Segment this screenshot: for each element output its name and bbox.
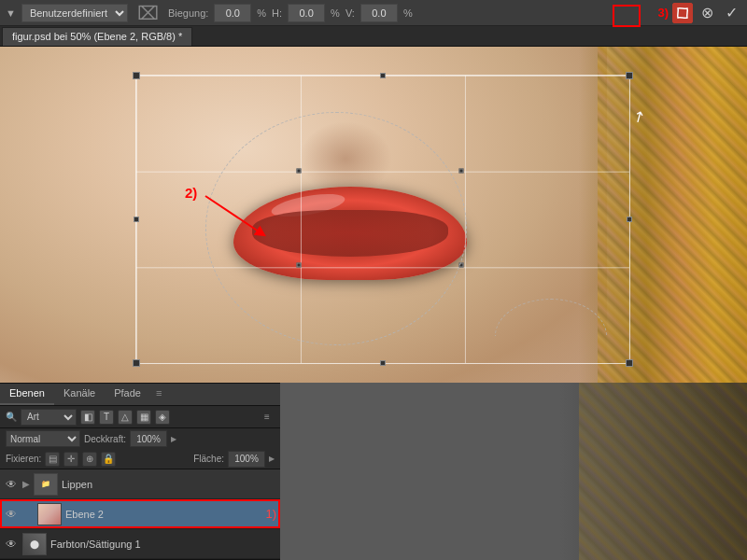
h-label: H: bbox=[272, 7, 282, 19]
tab-ebenen[interactable]: Ebenen bbox=[0, 384, 54, 405]
blend-mode-select[interactable]: Normal bbox=[6, 430, 80, 447]
cancel-button[interactable]: ⊗ bbox=[697, 3, 717, 23]
chain-ext bbox=[579, 383, 747, 560]
filter-toolbar: 🔍 Art ◧ T △ ▦ ◈ ≡ bbox=[0, 406, 280, 428]
thumb-adjustment: ⬤ bbox=[22, 533, 47, 555]
filter-icon: 🔍 bbox=[6, 412, 17, 422]
group-arrow-lippen[interactable]: ▶ bbox=[22, 479, 30, 489]
canvas-right-extension bbox=[280, 383, 747, 560]
icon-pixel[interactable]: ▦ bbox=[136, 410, 151, 425]
flaeche-arrow[interactable]: ▶ bbox=[269, 455, 275, 463]
shape-label: ▼ bbox=[6, 7, 16, 19]
layer-name-lippen: Lippen bbox=[62, 479, 276, 490]
lock-artboard-button[interactable]: ⊕ bbox=[82, 452, 97, 467]
canvas-area: 2) ↗ bbox=[0, 47, 747, 383]
panel-expand[interactable]: ≡ bbox=[150, 384, 167, 405]
annotation-2: 2) bbox=[185, 185, 197, 201]
toolbar-right: 3) ⊗ ✓ bbox=[657, 3, 741, 23]
canvas-ext-bg bbox=[280, 383, 747, 560]
thumb-ebene2 bbox=[37, 503, 62, 525]
tab-pfade[interactable]: Pfade bbox=[105, 384, 150, 405]
flaeche-label: Fläche: bbox=[193, 454, 224, 464]
top-toolbar: ▼ Benutzerdefiniert ⌧ Biegung: % H: % V:… bbox=[0, 0, 747, 26]
layer-item-adjustment[interactable]: 👁 ⬤ Farbton/Sättigung 1 bbox=[0, 529, 280, 559]
tab-bar: figur.psd bei 50% (Ebene 2, RGB/8) * bbox=[0, 26, 747, 47]
nose-shadow bbox=[299, 121, 392, 196]
annotation-3-label: 3) bbox=[657, 6, 669, 20]
deckkraft-arrow[interactable]: ▶ bbox=[171, 435, 176, 443]
icon-shape[interactable]: △ bbox=[118, 410, 133, 425]
confirm-button[interactable]: ✓ bbox=[721, 3, 741, 23]
document-tab[interactable]: figur.psd bei 50% (Ebene 2, RGB/8) * bbox=[2, 27, 192, 46]
visibility-lippen[interactable]: 👁 bbox=[4, 478, 19, 491]
layers-panel: Ebenen Kanäle Pfade ≡ 🔍 Art ◧ T △ ▦ ◈ ≡ … bbox=[0, 383, 280, 560]
lock-pixels-button[interactable]: ▤ bbox=[45, 452, 60, 467]
icon-smart[interactable]: ◈ bbox=[155, 410, 170, 425]
warp-mode-button[interactable] bbox=[672, 3, 693, 23]
chain-texture bbox=[598, 47, 747, 383]
tab-kanaele[interactable]: Kanäle bbox=[54, 384, 105, 405]
lower-lip bbox=[252, 210, 448, 257]
filter-select[interactable]: Art bbox=[21, 409, 77, 426]
deckkraft-input[interactable] bbox=[130, 430, 167, 447]
warp-icon-svg bbox=[676, 7, 689, 20]
bottom-layout: Ebenen Kanäle Pfade ≡ 🔍 Art ◧ T △ ▦ ◈ ≡ … bbox=[0, 383, 747, 560]
biegung-label: Biegung: bbox=[168, 7, 208, 19]
lock-all-button[interactable]: 🔒 bbox=[101, 452, 116, 467]
layer-list: 👁 ▶ 📁 Lippen 👁 Ebene 2 1) 👁 bbox=[0, 469, 280, 559]
layer-item-lippen[interactable]: 👁 ▶ 📁 Lippen bbox=[0, 469, 280, 499]
shape-select[interactable]: Benutzerdefiniert bbox=[21, 4, 128, 22]
flaeche-input[interactable] bbox=[228, 451, 265, 468]
red-highlight bbox=[613, 5, 641, 27]
v-input[interactable] bbox=[360, 4, 398, 22]
layer-name-adjustment: Farbton/Sättigung 1 bbox=[50, 539, 276, 550]
biegung-input[interactable] bbox=[214, 4, 251, 22]
panel-tabs: Ebenen Kanäle Pfade ≡ bbox=[0, 384, 280, 406]
visibility-adjustment[interactable]: 👁 bbox=[4, 538, 19, 551]
icon-adjustment[interactable]: ◧ bbox=[80, 410, 95, 425]
lock-row: Fixieren: ▤ ✛ ⊕ 🔒 Fläche: ▶ bbox=[0, 449, 280, 469]
fixieren-label: Fixieren: bbox=[6, 454, 41, 464]
layer-name-ebene2: Ebene 2 bbox=[65, 509, 258, 520]
panel-close bbox=[265, 384, 280, 405]
lock-move-button[interactable]: ✛ bbox=[63, 452, 78, 467]
thumb-adj-preview: ⬤ bbox=[23, 534, 46, 554]
biegung-unit: % bbox=[257, 7, 266, 19]
v-unit: % bbox=[403, 7, 413, 19]
h-input[interactable] bbox=[288, 4, 325, 22]
v-label: V: bbox=[345, 7, 355, 19]
annotation-1-label: 1) bbox=[265, 507, 276, 521]
icon-text[interactable]: T bbox=[99, 410, 114, 425]
visibility-ebene2[interactable]: 👁 bbox=[4, 508, 19, 521]
document-tab-label: figur.psd bei 50% (Ebene 2, RGB/8) * bbox=[12, 31, 182, 42]
panel-menu-button[interactable]: ≡ bbox=[260, 410, 275, 425]
opacity-row: Normal Deckkraft: ▶ bbox=[0, 428, 280, 449]
thumb-lippen: 📁 bbox=[34, 473, 58, 496]
layer-item-ebene2[interactable]: 👁 Ebene 2 1) bbox=[0, 499, 280, 529]
thumb-face-preview bbox=[38, 504, 61, 525]
h-unit: % bbox=[331, 7, 340, 19]
warp-mode-container bbox=[672, 3, 693, 23]
warp-icon: ⌧ bbox=[137, 2, 159, 24]
deckkraft-label: Deckkraft: bbox=[84, 434, 126, 444]
